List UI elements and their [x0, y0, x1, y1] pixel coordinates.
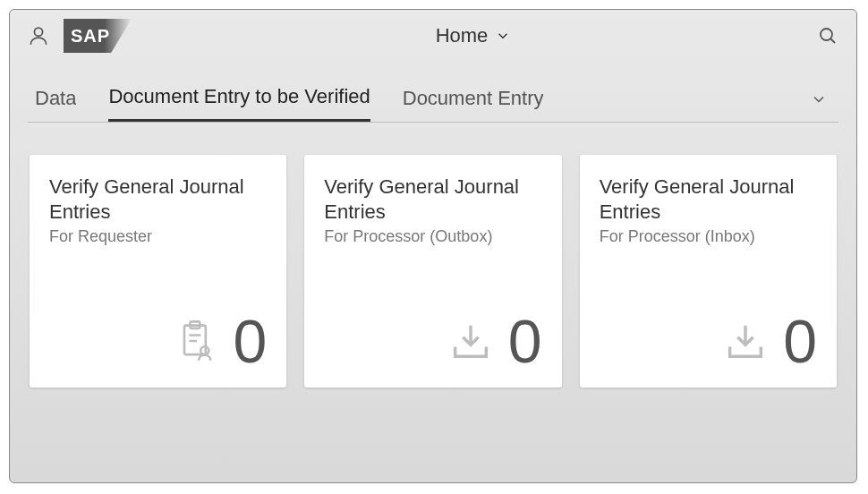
tab-document-entry-to-be-verified[interactable]: Document Entry to be Verified	[108, 85, 370, 122]
tile-count: 0	[508, 311, 542, 371]
page-title-text: Home	[436, 24, 489, 47]
tile-count: 0	[783, 311, 817, 371]
tile-title: Verify General Journal Entries	[324, 175, 541, 224]
search-icon[interactable]	[815, 23, 840, 48]
svg-point-0	[34, 28, 42, 36]
tile-container: Verify General Journal Entries For Reque…	[10, 123, 856, 388]
tab-label: Document Entry	[403, 87, 544, 109]
chevron-down-icon	[495, 28, 511, 44]
tab-data[interactable]: Data	[35, 87, 76, 121]
header-center: Home	[132, 24, 815, 47]
app-shell: SAP Home Data Document Entry	[9, 9, 857, 483]
page-title-dropdown[interactable]: Home	[436, 24, 512, 47]
clipboard-person-icon	[171, 316, 221, 366]
tab-label: Document Entry to be Verified	[108, 85, 370, 107]
tile-verify-gje-processor-outbox[interactable]: Verify General Journal Entries For Proce…	[304, 155, 561, 388]
header-right	[815, 23, 840, 48]
tile-subtitle: For Processor (Inbox)	[600, 227, 817, 246]
download-tray-icon	[446, 316, 496, 366]
tile-kpi: 0	[600, 311, 817, 371]
sap-logo: SAP	[64, 19, 132, 53]
shell-header: SAP Home	[10, 10, 856, 62]
tile-count: 0	[234, 311, 268, 371]
tile-verify-gje-requester[interactable]: Verify General Journal Entries For Reque…	[30, 155, 286, 388]
tabs-expand-button[interactable]	[806, 87, 831, 112]
tile-kpi: 0	[49, 311, 267, 371]
svg-point-1	[821, 29, 832, 40]
tile-title: Verify General Journal Entries	[49, 175, 267, 224]
tile-kpi: 0	[324, 311, 541, 371]
header-left: SAP	[26, 19, 132, 53]
download-tray-icon	[720, 316, 770, 366]
chevron-down-icon	[810, 90, 828, 108]
sap-logo-text: SAP	[71, 26, 110, 47]
tile-verify-gje-processor-inbox[interactable]: Verify General Journal Entries For Proce…	[580, 155, 837, 388]
tile-subtitle: For Requester	[49, 227, 267, 246]
tab-label: Data	[35, 87, 76, 109]
tab-document-entry[interactable]: Document Entry	[403, 87, 544, 121]
tabs-bar: Data Document Entry to be Verified Docum…	[10, 62, 856, 122]
user-icon[interactable]	[26, 23, 51, 48]
tile-subtitle: For Processor (Outbox)	[324, 227, 541, 246]
tile-title: Verify General Journal Entries	[600, 175, 817, 224]
